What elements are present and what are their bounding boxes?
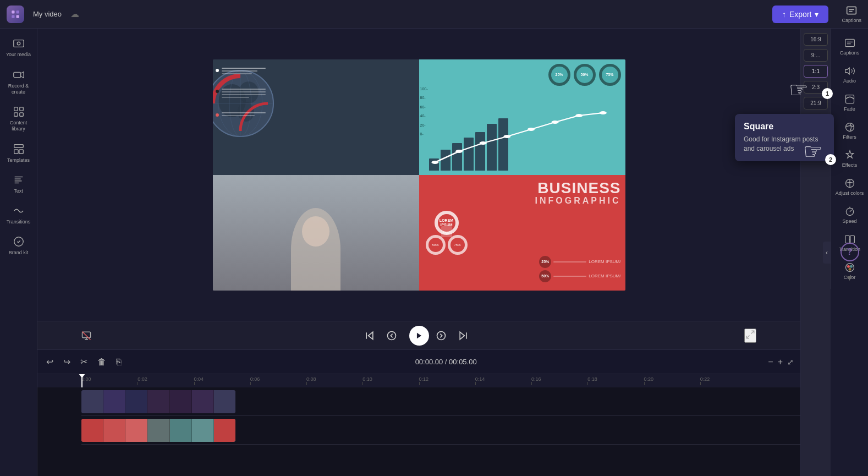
bottom-data-rows: 25% LOREM IPSUM/ 50% LOREM IPSUM/ — [539, 256, 620, 282]
svg-rect-16 — [19, 150, 23, 154]
timeline-toolbar: ↩ ↪ ✂ 🗑 ⎘ 00:00.00 / 00:05.00 − + ⤢ — [37, 350, 800, 374]
svg-point-68 — [847, 265, 850, 268]
export-chevron: ▾ — [815, 10, 818, 19]
screen-off-button[interactable] — [81, 331, 91, 341]
svg-point-38 — [599, 111, 606, 114]
sidebar-label-your-media: Your media — [6, 52, 31, 58]
captions-button[interactable]: Captions — [842, 5, 861, 23]
redo-button[interactable]: ↪ — [61, 354, 73, 369]
y-axis: 100- 80- 60- 40- 20- 0- — [420, 87, 428, 136]
tool-filters-label: Filters — [843, 134, 856, 140]
svg-point-57 — [845, 123, 854, 132]
video-canvas: 25% 50% 75% 100- 80- — [213, 59, 625, 291]
tool-speed-label: Speed — [842, 218, 856, 224]
timeline-ruler: 0:00 0:02 0:04 0:06 0:08 0:10 0:12 0:14 … — [37, 374, 800, 387]
sidebar-item-content-library[interactable]: Content library — [2, 101, 35, 136]
svg-rect-52 — [845, 39, 854, 46]
rewind-button[interactable] — [386, 330, 397, 341]
tool-captions-label: Captions — [840, 50, 860, 56]
tool-audio[interactable]: Audio — [833, 61, 866, 88]
svg-point-35 — [527, 128, 534, 131]
time-readout: 00:00.00 / 00:05.00 — [415, 358, 477, 366]
svg-line-62 — [852, 208, 853, 209]
svg-rect-0 — [12, 10, 14, 13]
tool-filters[interactable]: Filters — [833, 117, 866, 144]
aspect-21-9[interactable]: 21:9 — [804, 97, 828, 110]
tool-fade[interactable]: Fade — [833, 89, 866, 116]
tool-speed[interactable]: Speed — [833, 201, 866, 228]
playhead[interactable] — [81, 374, 83, 387]
video-preview: 25% 50% 75% 100- 80- — [37, 29, 800, 321]
badge-2: 2 — [825, 154, 836, 165]
svg-marker-48 — [460, 332, 464, 339]
tool-captions[interactable]: Captions — [833, 33, 866, 60]
tool-sidebar: Captions Audio Fade — [831, 29, 868, 289]
play-button[interactable] — [409, 326, 429, 346]
ruler-marks: 0:00 0:02 0:04 0:06 0:08 0:10 0:12 0:14 … — [81, 376, 756, 385]
svg-rect-10 — [14, 107, 17, 111]
fast-forward-button[interactable] — [436, 330, 447, 341]
svg-rect-13 — [19, 113, 23, 116]
project-name[interactable]: My video — [33, 10, 62, 18]
business-title: BUSINESS INFOGRAPHIC — [535, 180, 621, 206]
zoom-in-button[interactable]: + — [778, 357, 783, 367]
export-button[interactable]: ↑ Export ▾ — [772, 6, 828, 23]
aspect-1-1[interactable]: 1:1 — [804, 65, 828, 78]
tool-fade-label: Fade — [844, 106, 855, 112]
svg-point-31 — [431, 161, 438, 164]
sidebar-item-brand-kit[interactable]: Brand kit — [2, 231, 35, 260]
quad-top-right: 25% 50% 75% 100- 80- — [419, 59, 625, 175]
aspect-9-16[interactable]: 9:... — [804, 49, 828, 62]
sidebar-item-your-media[interactable]: Your media — [2, 33, 35, 62]
help-button[interactable]: ? — [840, 243, 859, 261]
expand-button[interactable]: ⤢ — [787, 358, 794, 366]
sidebar-item-record-create[interactable]: Record & create — [2, 64, 35, 100]
video-clip[interactable] — [81, 390, 235, 413]
svg-point-33 — [479, 141, 486, 145]
sidebar-item-transitions[interactable]: Transitions — [2, 200, 35, 229]
timeline-zoom-controls: − + ⤢ — [768, 357, 794, 367]
tool-adjust-label: Adjust colors — [836, 190, 864, 196]
svg-rect-2 — [12, 15, 14, 18]
sidebar-item-text[interactable]: Text — [2, 169, 35, 198]
skip-back-button[interactable] — [364, 330, 375, 341]
undo-button[interactable]: ↩ — [44, 354, 56, 369]
aspect-16-9[interactable]: 16:9 — [804, 33, 828, 46]
main-area: Your media Record & create Content libra… — [0, 29, 868, 476]
sidebar-label-templates: Templates — [7, 157, 30, 163]
infographic-track — [81, 416, 800, 445]
skip-forward-button[interactable] — [458, 330, 469, 341]
tool-adjust-colors[interactable]: Adjust colors — [833, 173, 866, 200]
donut-charts: 25% 50% 75% — [548, 64, 621, 86]
quad-bottom-left — [213, 175, 419, 291]
svg-point-34 — [503, 135, 510, 138]
tool-effects[interactable]: Effects — [833, 145, 866, 172]
fullscreen-button[interactable] — [744, 329, 756, 343]
collapse-panel-button[interactable]: ‹ — [823, 242, 831, 264]
infographic-clip[interactable] — [81, 419, 235, 442]
sidebar-label-record: Record & create — [4, 83, 33, 95]
cut-button[interactable]: ✂ — [78, 354, 90, 369]
svg-point-69 — [850, 265, 853, 268]
right-panels: 16:9 9:... 1:1 2:3 21:9 Square Good for … — [800, 29, 868, 476]
tool-effects-label: Effects — [842, 162, 857, 168]
delete-button[interactable]: 🗑 — [95, 355, 108, 369]
cloud-icon: ☁ — [70, 9, 79, 19]
sidebar-label-text: Text — [14, 188, 23, 194]
svg-rect-7 — [13, 40, 23, 47]
collapse-arrow[interactable]: ▼ — [846, 273, 854, 282]
svg-rect-65 — [850, 236, 854, 243]
export-label: Export — [789, 10, 811, 19]
svg-line-50 — [751, 331, 754, 333]
video-track — [81, 387, 800, 416]
badge-1: 1 — [822, 88, 833, 99]
sidebar-label-brand-kit: Brand kit — [9, 250, 29, 255]
sidebar-item-templates[interactable]: Templates — [2, 139, 35, 167]
svg-rect-3 — [17, 15, 19, 18]
lorem-lines-left — [216, 68, 266, 117]
zoom-out-button[interactable]: − — [768, 357, 773, 367]
export-icon: ↑ — [782, 10, 786, 19]
timeline-tracks — [37, 387, 800, 476]
svg-point-37 — [575, 114, 583, 117]
copy-button[interactable]: ⎘ — [114, 355, 124, 369]
